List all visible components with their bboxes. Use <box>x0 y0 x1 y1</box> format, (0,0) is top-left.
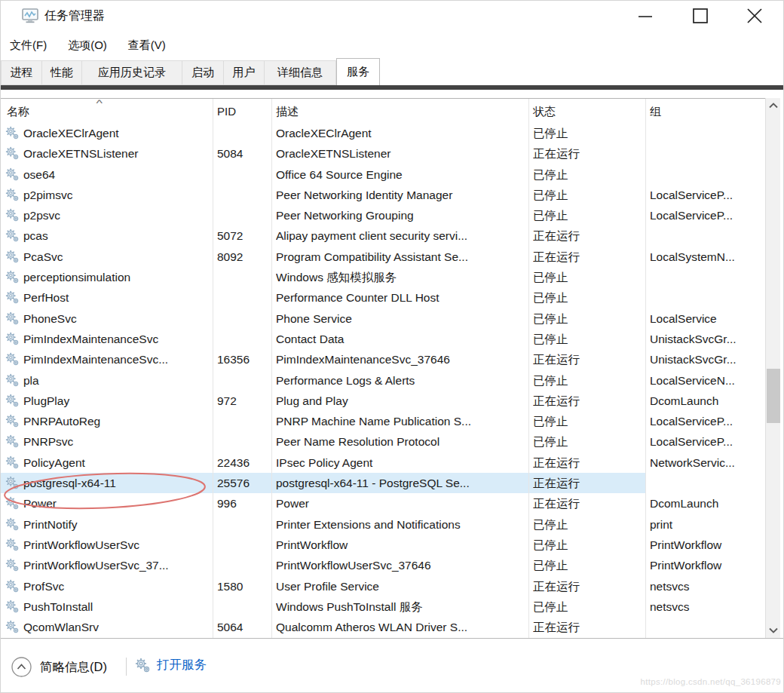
tab-startup[interactable]: 启动 <box>182 60 224 85</box>
service-status: 正在运行 <box>533 225 644 246</box>
service-group: netsvcs <box>650 576 763 596</box>
tab-users[interactable]: 用户 <box>224 60 265 85</box>
service-row[interactable]: PcaSvc 8092 Program Compatibility Assist… <box>1 247 765 267</box>
column-header-status[interactable]: 状态 <box>533 105 556 119</box>
service-row[interactable]: PushToInstall Windows PushToInstall 服务 已… <box>1 596 765 617</box>
service-row[interactable]: ose64 Office 64 Source Engine 已停止 <box>1 164 765 185</box>
service-row[interactable]: PNRPAutoReg PNRP Machine Name Publicatio… <box>1 411 765 431</box>
service-gear-icon <box>5 188 20 202</box>
tab-strip: 进程 性能 应用历史记录 启动 用户 详细信息 服务 <box>1 58 783 85</box>
service-status: 正在运行 <box>533 452 644 473</box>
column-divider[interactable] <box>213 99 213 639</box>
menu-options[interactable]: 选项(O) <box>60 37 115 54</box>
column-divider[interactable] <box>528 99 529 639</box>
service-group: netsvcs <box>650 596 763 617</box>
column-header-description[interactable]: 描述 <box>276 105 299 119</box>
service-row[interactable]: PrintWorkflowUserSvc_37... PrintWorkflow… <box>1 555 765 575</box>
sort-ascending-icon: ^ <box>96 98 103 109</box>
service-gear-icon <box>5 517 20 532</box>
vertical-scrollbar[interactable] <box>765 98 780 638</box>
service-pid: 22436 <box>217 452 270 473</box>
service-group: DcomLaunch <box>650 391 763 411</box>
service-name: PolicyAgent <box>23 452 210 473</box>
service-group: UnistackSvcGr... <box>650 329 763 349</box>
service-group: LocalServiceP... <box>650 205 763 225</box>
service-description: Peer Name Resolution Protocol <box>276 431 527 452</box>
service-group: DcomLaunch <box>650 493 763 514</box>
scroll-down-button[interactable] <box>766 623 781 638</box>
service-row[interactable]: PimIndexMaintenanceSvc... 16356 PimIndex… <box>1 349 765 369</box>
column-header-group[interactable]: 组 <box>650 105 661 119</box>
service-row[interactable]: PerfHost Performance Counter DLL Host 已停… <box>1 287 765 308</box>
detail-toggle-button[interactable]: 简略信息(D) <box>11 657 107 677</box>
service-description: Office 64 Source Engine <box>276 164 527 185</box>
service-row[interactable]: pcas 5072 Alipay payment client security… <box>1 225 765 246</box>
minimize-button[interactable] <box>628 1 663 31</box>
service-gear-icon <box>5 434 20 449</box>
service-description: PrintWorkflow <box>276 535 527 555</box>
service-status: 已停止 <box>533 267 644 287</box>
service-gear-icon <box>5 270 20 284</box>
service-status: 已停止 <box>533 514 644 535</box>
service-description: PNRP Machine Name Publication S... <box>276 411 527 431</box>
service-name: PrintWorkflowUserSvc_37... <box>23 555 210 575</box>
service-row[interactable]: Power 996 Power 正在运行 DcomLaunch <box>1 493 765 514</box>
service-status: 正在运行 <box>533 247 644 267</box>
open-services-link[interactable]: 打开服务 <box>135 657 207 673</box>
service-row[interactable]: pla Performance Logs & Alerts 已停止 LocalS… <box>1 370 765 391</box>
service-rows: OracleXEClrAgent OracleXEClrAgent 已停止 Or… <box>1 123 765 637</box>
service-description: Peer Networking Grouping <box>276 205 527 225</box>
service-pid: 8092 <box>217 247 270 267</box>
service-row[interactable]: perceptionsimulation Windows 感知模拟服务 已停止 <box>1 267 765 287</box>
service-row[interactable]: p2pimsvc Peer Networking Identity Manage… <box>1 185 765 205</box>
close-button[interactable] <box>737 1 772 31</box>
service-group <box>650 287 763 308</box>
service-pid: 25576 <box>217 473 270 493</box>
service-row[interactable]: PrintNotify Printer Extensions and Notif… <box>1 514 765 535</box>
service-row[interactable]: OracleXEClrAgent OracleXEClrAgent 已停止 <box>1 123 765 143</box>
services-gear-icon <box>135 658 151 673</box>
menu-file[interactable]: 文件(F) <box>2 37 54 54</box>
service-pid <box>217 535 270 555</box>
service-row[interactable]: ProfSvc 1580 User Profile Service 正在运行 n… <box>1 576 765 596</box>
column-header-pid[interactable]: PID <box>217 105 236 118</box>
service-row[interactable]: PlugPlay 972 Plug and Play 正在运行 DcomLaun… <box>1 391 765 411</box>
service-pid <box>217 329 270 349</box>
service-gear-icon <box>5 394 20 408</box>
service-row[interactable]: p2psvc Peer Networking Grouping 已停止 Loca… <box>1 205 765 225</box>
service-row[interactable]: PhoneSvc Phone Service 已停止 LocalService <box>1 308 765 329</box>
service-pid: 5084 <box>217 143 270 164</box>
menu-view[interactable]: 查看(V) <box>121 37 173 54</box>
tab-strip-divider <box>1 85 783 90</box>
service-gear-icon <box>5 476 20 490</box>
maximize-button[interactable] <box>683 1 718 31</box>
service-name: PerfHost <box>23 287 210 308</box>
column-header-name[interactable]: 名称 <box>7 105 29 119</box>
service-row[interactable]: PrintWorkflowUserSvc PrintWorkflow 已停止 P… <box>1 535 765 555</box>
tab-processes[interactable]: 进程 <box>1 60 42 85</box>
service-row[interactable]: OracleXETNSListener 5084 OracleXETNSList… <box>1 143 765 164</box>
service-row[interactable]: postgresql-x64-11 25576 postgresql-x64-1… <box>1 473 765 493</box>
service-description: Windows 感知模拟服务 <box>276 267 527 287</box>
tab-app-history[interactable]: 应用历史记录 <box>82 60 182 85</box>
tab-services[interactable]: 服务 <box>336 58 380 85</box>
close-icon <box>746 8 763 24</box>
service-group: LocalServiceP... <box>650 185 763 205</box>
column-divider[interactable] <box>645 99 646 639</box>
service-row[interactable]: PolicyAgent 22436 IPsec Policy Agent 正在运… <box>1 452 765 473</box>
service-pid <box>217 431 270 452</box>
service-pid <box>217 164 270 185</box>
scrollbar-thumb[interactable] <box>767 369 780 423</box>
service-group: PrintWorkflow <box>650 535 763 555</box>
column-divider[interactable] <box>271 99 272 639</box>
service-row[interactable]: QcomWlanSrv 5064 Qualcomm Atheros WLAN D… <box>1 617 765 637</box>
service-row[interactable]: PNRPsvc Peer Name Resolution Protocol 已停… <box>1 431 765 452</box>
scroll-up-button[interactable] <box>766 98 781 113</box>
service-status: 正在运行 <box>533 473 644 493</box>
service-pid <box>217 205 270 225</box>
tab-performance[interactable]: 性能 <box>42 60 82 85</box>
tab-details[interactable]: 详细信息 <box>265 60 336 85</box>
task-manager-window: 任务管理器 文件(F) 选项(O) 查看(V) 进程 性能 应用历史记录 启动 … <box>0 0 784 693</box>
service-row[interactable]: PimIndexMaintenanceSvc Contact Data 已停止 … <box>1 329 765 349</box>
service-group: PrintWorkflow <box>650 555 763 575</box>
